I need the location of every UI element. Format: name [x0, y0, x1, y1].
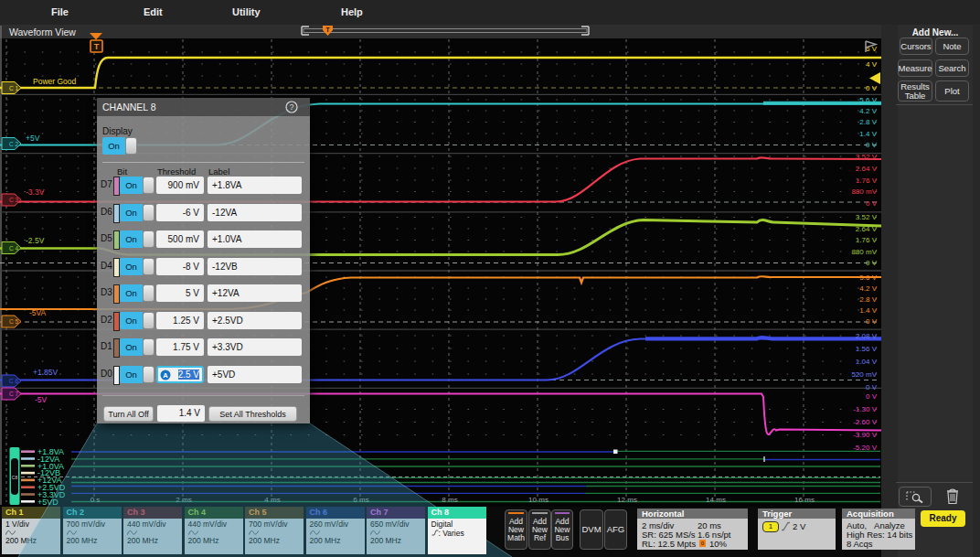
svg-text:5.6 V: 5.6 V [859, 96, 877, 104]
svg-text:C 3: C 3 [9, 197, 19, 203]
svg-text:1.56 V: 1.56 V [856, 345, 878, 353]
svg-text:0 V: 0 V [866, 259, 878, 267]
svg-text:12 ms: 12 ms [617, 496, 637, 504]
svg-text:3.52 V: 3.52 V [856, 153, 878, 161]
svg-text:1.4 V: 1.4 V [859, 130, 877, 138]
svg-text:?: ? [289, 102, 293, 112]
svg-text:+5V: +5V [26, 134, 40, 143]
svg-text:16 ms: 16 ms [794, 496, 815, 504]
svg-text:2 ms: 2 ms [176, 496, 191, 504]
svg-text:C 6: C 6 [9, 378, 19, 384]
svg-text:-5V: -5V [35, 395, 48, 404]
svg-text:-3.90 V: -3.90 V [853, 431, 877, 439]
svg-text:2.8 V: 2.8 V [859, 118, 877, 126]
svg-text:1.04 V: 1.04 V [856, 358, 878, 366]
svg-text:1.76 V: 1.76 V [856, 236, 878, 244]
svg-text:1.76 V: 1.76 V [856, 177, 878, 185]
svg-text:14 ms: 14 ms [706, 496, 726, 504]
svg-text:Power Good: Power Good [33, 77, 77, 86]
svg-text:6 ms: 6 ms [353, 496, 368, 504]
svg-text:880 mV: 880 mV [851, 187, 877, 196]
svg-text:A: A [163, 370, 168, 379]
svg-text:3.52 V: 3.52 V [856, 213, 878, 221]
svg-text:0 V: 0 V [866, 199, 878, 208]
svg-text:-1.30 V: -1.30 V [853, 405, 877, 413]
svg-text:1.4 V: 1.4 V [859, 306, 877, 315]
svg-text:C 2: C 2 [9, 141, 19, 147]
svg-text:520 mV: 520 mV [851, 370, 877, 379]
svg-text:0 V: 0 V [866, 141, 878, 149]
svg-text:C 4: C 4 [9, 245, 19, 252]
svg-text:-2.5V: -2.5V [26, 236, 45, 245]
svg-text:2.64 V: 2.64 V [856, 225, 878, 233]
svg-text:+1.85V: +1.85V [33, 368, 59, 377]
svg-text:C 5: C 5 [9, 318, 19, 325]
svg-text:2.64 V: 2.64 V [856, 165, 878, 173]
svg-text:C 7: C 7 [9, 391, 19, 397]
svg-text:0 s: 0 s [91, 496, 101, 504]
svg-text:0 V: 0 V [866, 84, 878, 92]
svg-text:0 V: 0 V [866, 317, 878, 326]
svg-text:C8: C8 [12, 475, 18, 480]
svg-text:5.6 V: 5.6 V [859, 273, 877, 282]
svg-text:0 V: 0 V [866, 383, 878, 391]
svg-text:4.2 V: 4.2 V [859, 107, 877, 115]
svg-text:4 ms: 4 ms [264, 496, 280, 504]
svg-text:-3.3V: -3.3V [26, 187, 45, 197]
svg-text:8 ms: 8 ms [442, 496, 457, 504]
svg-text:10 ms: 10 ms [528, 496, 549, 504]
svg-text:T: T [94, 42, 100, 51]
svg-text:2.8 V: 2.8 V [859, 295, 877, 304]
svg-text:880 mV: 880 mV [851, 248, 877, 256]
svg-text:-5VA: -5VA [29, 308, 47, 317]
svg-text:+5VD: +5VD [37, 498, 59, 507]
svg-text:4.2 V: 4.2 V [859, 284, 877, 293]
svg-text:-2.60 V: -2.60 V [853, 418, 877, 426]
svg-text:0 V: 0 V [866, 392, 878, 401]
svg-text:C 1: C 1 [9, 85, 19, 91]
svg-text:2.08 V: 2.08 V [856, 332, 878, 340]
svg-text:4 V: 4 V [866, 60, 878, 69]
